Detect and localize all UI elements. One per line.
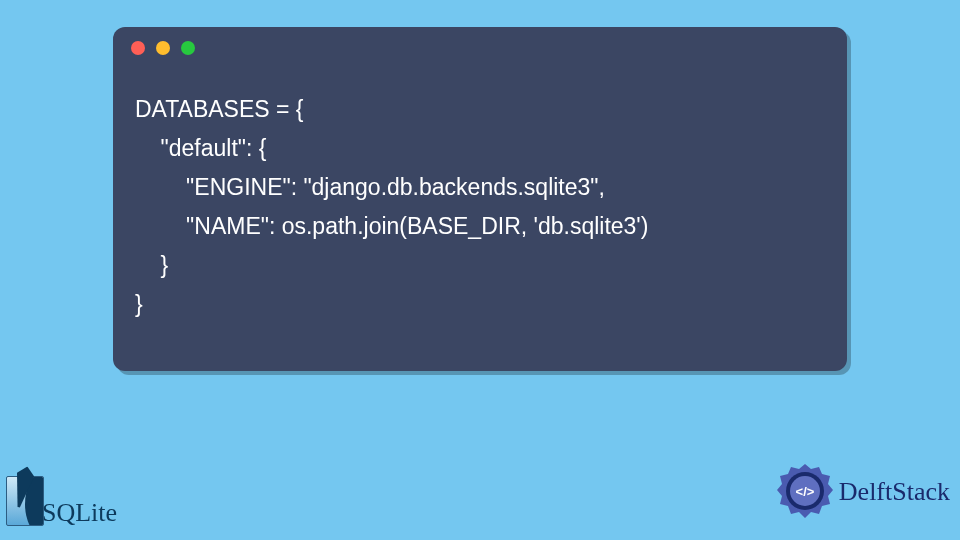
sqlite-logo-text: SQLite (42, 498, 117, 528)
code-line: "default": { (135, 135, 266, 161)
delftstack-logo-text: DelftStack (839, 477, 950, 507)
code-line: } (135, 252, 168, 278)
code-line: "NAME": os.path.join(BASE_DIR, 'db.sqlit… (135, 213, 648, 239)
code-panel: DATABASES = { "default": { "ENGINE": "dj… (113, 27, 847, 371)
maximize-icon (181, 41, 195, 55)
code-glyph-icon: </> (795, 484, 814, 499)
delftstack-badge-icon: </> (775, 462, 835, 522)
window-traffic-lights (113, 27, 847, 55)
delftstack-logo: </> DelftStack (775, 462, 950, 522)
code-block: DATABASES = { "default": { "ENGINE": "dj… (113, 78, 847, 348)
code-line: "ENGINE": "django.db.backends.sqlite3", (135, 174, 605, 200)
sqlite-logo: SQLite (6, 476, 117, 526)
code-line: } (135, 291, 143, 317)
close-icon (131, 41, 145, 55)
code-line: DATABASES = { (135, 96, 304, 122)
minimize-icon (156, 41, 170, 55)
